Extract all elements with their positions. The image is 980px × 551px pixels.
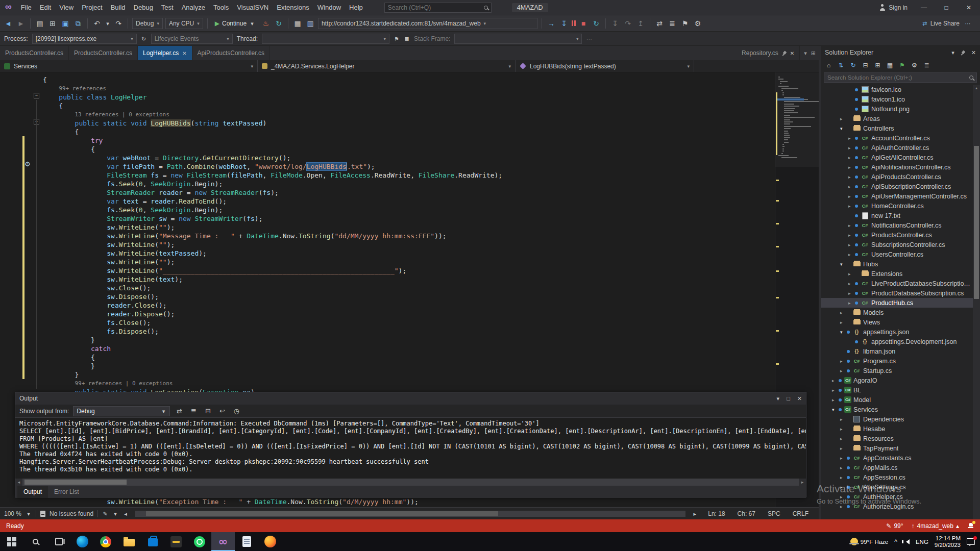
new-file-icon[interactable]: ▤ bbox=[35, 18, 45, 29]
menu-item-build[interactable]: Build bbox=[107, 0, 130, 15]
task-list-icon[interactable]: ≣ bbox=[667, 18, 677, 29]
taskbar-app-dark-app[interactable] bbox=[164, 532, 188, 551]
properties-icon[interactable]: ⚙ bbox=[911, 60, 918, 70]
pending-edits-indicator[interactable]: ✎ 99° bbox=[886, 522, 903, 530]
tree-item-dependencies[interactable]: ▸Dependencies bbox=[821, 414, 973, 424]
output-horizontal-scrollbar[interactable]: ◂ ▸ bbox=[15, 479, 806, 486]
tab-output[interactable]: Output bbox=[17, 486, 48, 498]
expander-icon[interactable]: ▸ bbox=[840, 436, 847, 441]
tree-item-authorizelogin-cs[interactable]: ▸C#AuthorizeLogin.cs bbox=[821, 502, 973, 511]
expander-icon[interactable]: ▸ bbox=[840, 465, 847, 470]
tree-item-resources[interactable]: ▸Resources bbox=[821, 434, 973, 443]
volume-icon[interactable] bbox=[903, 539, 910, 544]
edit-dropdown-icon[interactable]: ▾ bbox=[112, 509, 118, 519]
pencil-edit-icon[interactable]: ✎ bbox=[102, 509, 108, 519]
expander-icon[interactable]: ▸ bbox=[840, 485, 847, 490]
expander-icon[interactable]: ▸ bbox=[848, 194, 855, 199]
expander-icon[interactable]: ▸ bbox=[840, 116, 847, 121]
bookmark-icon[interactable]: ⚑ bbox=[680, 18, 690, 29]
menu-item-analyze[interactable]: Analyze bbox=[178, 0, 209, 15]
redo-icon[interactable]: ↷ bbox=[113, 18, 124, 29]
tree-item-favicon-ico[interactable]: favicon.ico bbox=[821, 85, 973, 94]
column-indicator[interactable]: Ch: 67 bbox=[731, 510, 762, 517]
breadcrumb-project-dropdown[interactable]: Services ▾ bbox=[0, 60, 258, 72]
expander-icon[interactable]: ▸ bbox=[848, 291, 855, 296]
expander-icon[interactable]: ▸ bbox=[840, 475, 847, 480]
show-next-statement-icon[interactable]: → bbox=[546, 18, 556, 29]
tab-error-list[interactable]: Error List bbox=[48, 486, 85, 498]
solution-tree-scrollbar[interactable]: ▴ bbox=[973, 85, 980, 519]
expander-icon[interactable]: ▸ bbox=[840, 494, 847, 499]
output-console[interactable]: Microsoft.EntityFrameworkCore.Database.C… bbox=[15, 418, 806, 479]
taskbar-app-store[interactable] bbox=[141, 532, 164, 551]
close-panel-icon[interactable]: ✕ bbox=[971, 49, 976, 56]
close-tab-icon[interactable]: ✕ bbox=[790, 51, 794, 56]
tree-item-favicon1-ico[interactable]: favicon1.ico bbox=[821, 94, 973, 104]
hot-reload-icon[interactable]: ♨ bbox=[261, 18, 271, 29]
expander-icon[interactable]: ▸ bbox=[848, 145, 855, 151]
expander-icon[interactable]: ▸ bbox=[840, 310, 847, 315]
scrollbar-thumb[interactable] bbox=[146, 511, 499, 516]
tree-item-libman-json[interactable]: {}libman.json bbox=[821, 346, 973, 356]
tree-item-appsettings-development-json[interactable]: {}appsettings.Development.json bbox=[821, 337, 973, 346]
scroll-left-icon[interactable]: ◂ bbox=[15, 480, 22, 485]
zoom-dropdown-icon[interactable]: ▾ bbox=[26, 509, 32, 519]
search-output-icon[interactable]: ⇄ bbox=[174, 407, 184, 415]
expander-icon[interactable]: ▸ bbox=[848, 233, 855, 238]
tree-item-views[interactable]: ▸Views bbox=[821, 317, 973, 327]
restart-app-icon[interactable]: ↻ bbox=[274, 18, 284, 29]
expand-all-icon[interactable]: ⊞ bbox=[874, 60, 881, 70]
expander-icon[interactable]: ▸ bbox=[848, 155, 855, 160]
collapse-all-icon[interactable]: ⊟ bbox=[862, 60, 869, 70]
clear-all-icon[interactable]: ⊟ bbox=[203, 407, 213, 415]
menu-item-extensions[interactable]: Extensions bbox=[273, 0, 313, 15]
maximize-panel-icon[interactable]: □ bbox=[787, 395, 790, 402]
toolbar-options-icon[interactable]: ⋯ bbox=[586, 34, 592, 44]
taskbar-app-chrome[interactable] bbox=[94, 532, 117, 551]
messages-list-icon[interactable]: ≣ bbox=[188, 407, 199, 415]
tree-item-model[interactable]: ▸C#Model bbox=[821, 395, 973, 405]
solution-explorer-header[interactable]: Solution Explorer ▾ ✕ bbox=[821, 46, 980, 59]
breadcrumb-type-dropdown[interactable]: _4MAZAD.Services.LogHelper ▾ bbox=[258, 60, 516, 72]
toolbar-overflow-icon[interactable]: ⋯ bbox=[965, 18, 971, 29]
tree-item-program-cs[interactable]: ▸C#Program.cs bbox=[821, 356, 973, 366]
refresh-icon[interactable]: ↻ bbox=[849, 60, 857, 70]
tree-item-accountcontroller-cs[interactable]: ▸C#AccountController.cs bbox=[821, 133, 973, 143]
tree-item-homecontroller-cs[interactable]: ▸C#HomeController.cs bbox=[821, 201, 973, 211]
doc-tab-productscontroller-cs[interactable]: ProductsController.cs bbox=[69, 46, 138, 60]
tree-item-hesabe[interactable]: ▸Hesabe bbox=[821, 424, 973, 434]
undo-dropdown-icon[interactable]: ▾ bbox=[105, 18, 111, 29]
expander-icon[interactable]: ▸ bbox=[848, 252, 855, 257]
menu-item-project[interactable]: Project bbox=[78, 0, 106, 15]
tree-item-apiusermanagementcontroller-cs[interactable]: ▸C#ApiUserManagementController.cs bbox=[821, 191, 973, 201]
autoscroll-icon[interactable]: ◷ bbox=[231, 407, 241, 415]
taskbar-app-file-explorer[interactable] bbox=[117, 532, 141, 551]
menu-item-view[interactable]: View bbox=[55, 0, 78, 15]
expander-icon[interactable]: ▸ bbox=[848, 281, 855, 286]
scroll-right-icon[interactable]: ▸ bbox=[799, 480, 806, 485]
expander-icon[interactable]: ▸ bbox=[848, 271, 855, 277]
tree-item-producthub-cs[interactable]: ▸C#ProductHub.cs bbox=[821, 298, 973, 308]
tree-item-notificationscontroller-cs[interactable]: ▸C#NotificationsController.cs bbox=[821, 220, 973, 230]
window-layout-icon[interactable]: ▦ bbox=[292, 18, 303, 29]
solution-platform-dropdown[interactable]: Any CPU▾ bbox=[165, 18, 203, 29]
tree-item-subscriptionscontroller-cs[interactable]: ▸C#SubscriptionsController.cs bbox=[821, 240, 973, 249]
process-dropdown[interactable]: [20992] iisexpress.exe▾ bbox=[32, 34, 137, 44]
issues-status[interactable]: No issues found bbox=[50, 510, 93, 517]
output-panel-header[interactable]: Output ▾ □ ✕ bbox=[15, 392, 806, 405]
close-tab-icon[interactable]: ✕ bbox=[182, 51, 186, 56]
tree-item-apisubscriptioncontroller-cs[interactable]: ▸C#ApiSubscriptionController.cs bbox=[821, 182, 973, 191]
expander-icon[interactable]: ▸ bbox=[848, 223, 855, 228]
expander-icon[interactable]: ▸ bbox=[840, 456, 847, 461]
tree-item-new-17-txt[interactable]: new 17.txt bbox=[821, 211, 973, 220]
taskbar-app-edge[interactable] bbox=[70, 532, 94, 551]
tree-item-controllers[interactable]: ▾Controllers bbox=[821, 123, 973, 133]
thread-list-icon[interactable]: ≣ bbox=[404, 34, 410, 44]
tree-item-productscontroller-cs[interactable]: ▸C#ProductsController.cs bbox=[821, 230, 973, 240]
horizontal-scrollbar[interactable] bbox=[135, 511, 685, 517]
tree-item-userscontroller-cs[interactable]: ▸C#UsersController.cs bbox=[821, 249, 973, 259]
taskbar-app-visual-studio[interactable]: ∞ bbox=[211, 532, 235, 551]
tree-item-liveproductdatabasesubscription-cs[interactable]: ▸C#LiveProductDatabaseSubscription.cs bbox=[821, 279, 973, 288]
window-position-icon[interactable]: ▾ bbox=[951, 49, 954, 56]
tree-item-apinotificationscontroller-cs[interactable]: ▸C#ApiNotificationsController.cs bbox=[821, 162, 973, 172]
